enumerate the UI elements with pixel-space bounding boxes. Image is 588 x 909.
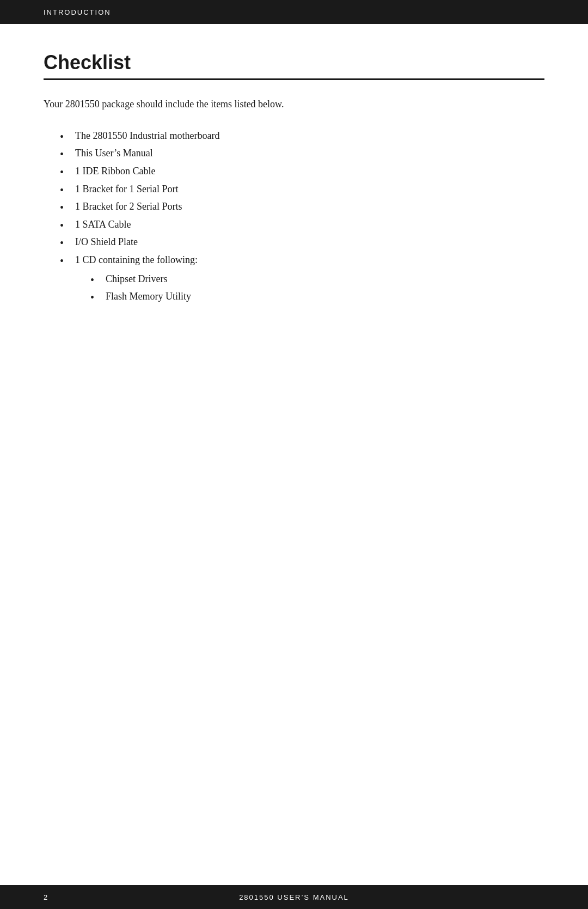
list-item: The 2801550 Industrial motherboard — [60, 127, 544, 144]
intro-paragraph: Your 2801550 package should include the … — [44, 96, 544, 112]
page-container: Introduction Checklist Your 2801550 pack… — [0, 0, 588, 909]
list-item: This User’s Manual — [60, 145, 544, 162]
list-item: 1 Bracket for 1 Serial Port — [60, 181, 544, 198]
list-item-cd: 1 CD containing the following: Chipset D… — [60, 252, 544, 305]
list-item: Flash Memory Utility — [90, 288, 544, 305]
list-item: 1 IDE Ribbon Cable — [60, 163, 544, 180]
page-title: Checklist — [44, 51, 544, 74]
list-item: Chipset Drivers — [90, 271, 544, 288]
header-section-label: Introduction — [44, 8, 111, 16]
section-heading: Checklist — [44, 51, 544, 80]
list-item: 1 Bracket for 2 Serial Ports — [60, 198, 544, 215]
list-item: 1 SATA Cable — [60, 216, 544, 233]
list-item: I/O Shield Plate — [60, 234, 544, 251]
footer-manual-title: 2801550 User’s Manual — [239, 893, 349, 901]
checklist-outer: The 2801550 Industrial motherboard This … — [44, 127, 544, 305]
footer-page-number: 2 — [44, 893, 48, 901]
main-content: Checklist Your 2801550 package should in… — [0, 24, 588, 909]
checklist-inner: Chipset Drivers Flash Memory Utility — [75, 271, 544, 305]
heading-rule — [44, 78, 544, 80]
header-bar: Introduction — [0, 0, 588, 24]
footer-bar: 2 2801550 User’s Manual — [0, 885, 588, 909]
